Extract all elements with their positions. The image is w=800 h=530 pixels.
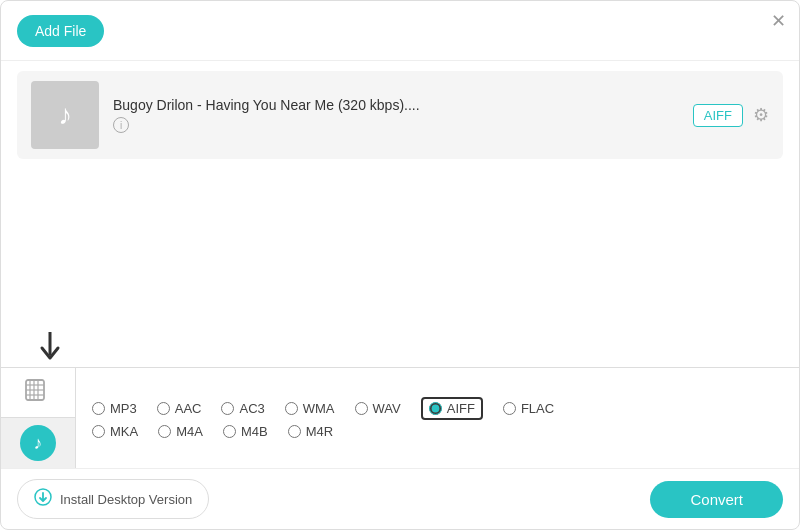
format-wma[interactable]: WMA: [285, 401, 335, 416]
format-m4a[interactable]: M4A: [158, 424, 203, 439]
install-label: Install Desktop Version: [60, 492, 192, 507]
file-name: Bugoy Drilon - Having You Near Me (320 k…: [113, 97, 679, 113]
close-button[interactable]: ✕: [771, 12, 786, 30]
format-wav[interactable]: WAV: [355, 401, 401, 416]
info-icon[interactable]: i: [113, 117, 129, 133]
video-tab-icon: [25, 379, 51, 406]
format-row-2: MKA M4A M4B M4R: [92, 424, 783, 439]
bottom-panel: ♪ MP3 AAC AC3: [1, 367, 799, 468]
music-note-icon: ♪: [58, 99, 72, 131]
format-aac[interactable]: AAC: [157, 401, 202, 416]
format-mp3[interactable]: MP3: [92, 401, 137, 416]
video-tab[interactable]: [1, 368, 75, 418]
convert-button[interactable]: Convert: [650, 481, 783, 518]
format-tabs: ♪: [1, 368, 76, 468]
file-actions: AIFF ⚙: [693, 104, 769, 127]
settings-icon[interactable]: ⚙: [753, 104, 769, 126]
app-window: Add File ✕ ♪ Bugoy Drilon - Having You N…: [0, 0, 800, 530]
top-bar: Add File ✕: [1, 1, 799, 61]
format-aiff[interactable]: AIFF: [429, 401, 475, 416]
format-aiff-selected[interactable]: AIFF: [421, 397, 483, 420]
audio-tab[interactable]: ♪: [1, 418, 75, 468]
file-list: ♪ Bugoy Drilon - Having You Near Me (320…: [1, 61, 799, 367]
down-arrow-icon: [38, 332, 62, 368]
format-flac[interactable]: FLAC: [503, 401, 554, 416]
file-thumbnail: ♪: [31, 81, 99, 149]
file-item: ♪ Bugoy Drilon - Having You Near Me (320…: [17, 71, 783, 159]
format-options: MP3 AAC AC3 WMA WAV: [76, 368, 799, 468]
format-m4b[interactable]: M4B: [223, 424, 268, 439]
format-ac3[interactable]: AC3: [221, 401, 264, 416]
install-desktop-button[interactable]: Install Desktop Version: [17, 479, 209, 519]
format-row-1: MP3 AAC AC3 WMA WAV: [92, 397, 783, 420]
file-info: Bugoy Drilon - Having You Near Me (320 k…: [113, 97, 679, 133]
audio-tab-icon: ♪: [20, 425, 56, 461]
format-badge[interactable]: AIFF: [693, 104, 743, 127]
format-mka[interactable]: MKA: [92, 424, 138, 439]
format-m4r[interactable]: M4R: [288, 424, 333, 439]
footer: Install Desktop Version Convert: [1, 468, 799, 529]
download-icon: [34, 488, 52, 510]
format-section: ♪ MP3 AAC AC3: [1, 368, 799, 468]
add-file-button[interactable]: Add File: [17, 15, 104, 47]
